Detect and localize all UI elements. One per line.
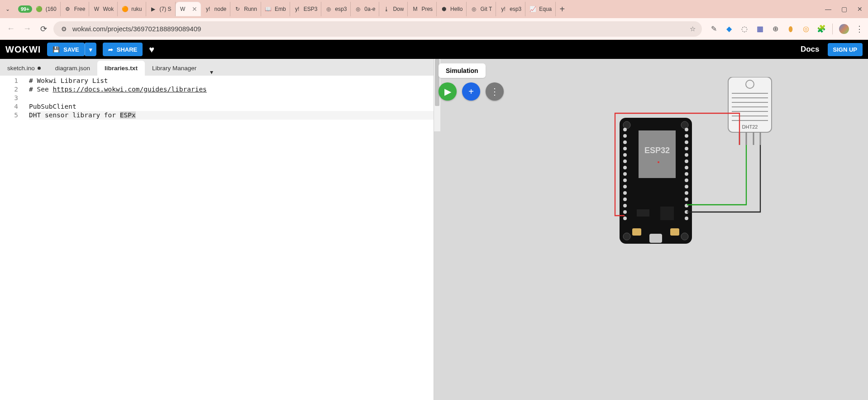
favicon: ↻ [234,5,241,13]
editor-tab-bar: sketch.ino diagram.json libraries.txt Li… [0,59,434,76]
ext-icon-7[interactable]: ◎ [801,24,811,34]
tab-overflow-menu[interactable]: ▾ [204,68,219,76]
new-tab-button[interactable]: + [556,4,568,14]
browser-tab[interactable]: 🟠ruku [118,2,146,16]
browser-tab[interactable]: 📈Equa [525,2,556,16]
browser-tab[interactable]: ⚙Free [61,2,90,16]
favicon: 📖 [265,5,272,13]
nav-reload[interactable]: ⟳ [37,23,50,35]
play-button[interactable]: ▶ [439,82,457,101]
browser-tab[interactable]: WWok [89,2,118,16]
window-close[interactable]: ✕ [857,5,863,13]
extensions-icon[interactable]: 🧩 [817,24,826,34]
tab-search-button[interactable]: ⌄ [3,4,13,14]
ext-icon-3[interactable]: ◌ [740,24,749,34]
favicon: 🟠 [121,5,129,13]
share-button[interactable]: ➦ SHARE [103,43,143,56]
site-info-icon[interactable]: ⚙ [60,25,68,33]
like-button[interactable]: ♥ [149,44,154,55]
sim-controls: ▶ + ⋮ [439,82,504,101]
signup-button[interactable]: SIGN UP [828,43,863,56]
code-line[interactable] [29,94,434,102]
window-minimize[interactable]: — [825,5,831,13]
browser-menu[interactable]: ⋮ [855,24,863,34]
browser-tab[interactable]: ◎Git T [467,2,496,16]
browser-tab[interactable]: y!node [201,2,231,16]
save-button[interactable]: 💾 SAVE [47,43,84,56]
code-line[interactable]: # Wokwi Library List [29,77,434,85]
svg-point-21 [623,134,627,138]
editor-pane: sketch.ino diagram.json libraries.txt Li… [0,59,434,400]
sim-more-button[interactable]: ⋮ [486,82,504,101]
tab-sketch[interactable]: sketch.ino [0,61,48,76]
add-part-button[interactable]: + [462,82,480,101]
browser-tab[interactable]: MPres [408,2,437,16]
browser-tab[interactable]: ⭳Dow [379,2,408,16]
nav-back[interactable]: ← [5,23,17,35]
tab-title: Emb [275,6,286,12]
code-line[interactable]: # See https://docs.wokwi.com/guides/libr… [29,85,434,94]
wire-data[interactable] [687,145,746,205]
divider [832,24,833,34]
dht22-component[interactable]: DHT22 [728,77,772,145]
wokwi-logo[interactable]: WOKWI [5,44,41,55]
circuit-canvas[interactable]: DHT22 ESP32 [525,77,778,267]
svg-point-22 [623,140,627,144]
tab-diagram[interactable]: diagram.json [48,61,97,76]
ext-icon-6[interactable]: ⬮ [786,24,795,34]
url-text: wokwi.com/projects/369702188899089409 [72,25,685,33]
nav-forward[interactable]: → [21,23,33,35]
svg-point-42 [685,172,688,176]
ext-icon-2[interactable]: ◆ [725,24,734,34]
browser-tab[interactable]: ◎esp3 [321,2,351,16]
tab-title: esp3 [335,6,347,12]
save-dropdown[interactable]: ▾ [85,43,96,56]
profile-avatar[interactable] [839,24,849,34]
window-maximize[interactable]: ▢ [841,5,847,13]
doc-link[interactable]: https://docs.wokwi.com/guides/libraries [52,86,206,93]
code-area[interactable]: # Wokwi Library List# See https://docs.w… [24,76,434,400]
browser-tab[interactable]: y!esp3 [496,2,525,16]
svg-point-26 [623,166,627,169]
browser-tab[interactable]: 🟢(160 [32,2,61,16]
tab-title: (160 [46,6,57,12]
svg-point-43 [685,178,688,182]
omnibox[interactable]: ⚙ wokwi.com/projects/369702188899089409 … [53,21,702,37]
svg-point-23 [623,147,627,150]
tab-libraries[interactable]: libraries.txt [97,61,145,76]
browser-tab[interactable]: W✕ [176,2,201,16]
browser-tab[interactable]: 📖Emb [261,2,290,16]
svg-point-19 [658,161,659,163]
ext-icon-1[interactable]: ✎ [709,24,718,34]
favicon: ▶ [150,5,157,13]
favicon: ◎ [470,5,477,13]
save-label: SAVE [63,46,79,53]
esp32-component[interactable]: ESP32 [620,118,692,244]
save-icon: 💾 [52,46,60,53]
tab-title: ESP3 [304,6,318,12]
code-line[interactable]: DHT sensor library for ESPx [29,111,434,120]
docs-link[interactable]: Docs [801,45,820,54]
tab-library-manager[interactable]: Library Manager [145,61,204,76]
browser-tab[interactable]: ▶(7) S [146,2,176,16]
bookmark-star-icon[interactable]: ☆ [690,25,696,33]
favicon: ◎ [354,5,362,13]
browser-tab[interactable]: y!ESP3 [290,2,322,16]
wire-gnd[interactable] [687,145,760,212]
ext-icon-4[interactable]: ▦ [755,24,764,34]
tab-libraries-label: libraries.txt [105,65,138,72]
close-icon[interactable]: ✕ [192,5,197,13]
browser-tab[interactable]: ◎0a-e [351,2,379,16]
simulation-tab[interactable]: Simulation [439,63,486,78]
ext-icon-5[interactable]: ⊕ [771,24,780,34]
code-line[interactable]: PubSubClient [29,102,434,111]
code-editor[interactable]: 12345 # Wokwi Library List# See https://… [0,76,434,400]
favicon: 🟢 [36,5,43,13]
app-header: WOKWI 💾 SAVE ▾ ➦ SHARE ♥ Docs SIGN UP [0,40,868,59]
browser-tab-strip: ⌄ 99+ 🟢(160⚙FreeWWok🟠ruku▶(7) SW✕y!node↻… [0,0,868,18]
svg-rect-53 [637,209,649,217]
favicon: ◎ [325,5,332,13]
browser-tab[interactable]: ↻Runn [230,2,261,16]
ext-badge[interactable]: 99+ [18,5,32,13]
browser-tab[interactable]: ⬢Hello [437,2,467,16]
